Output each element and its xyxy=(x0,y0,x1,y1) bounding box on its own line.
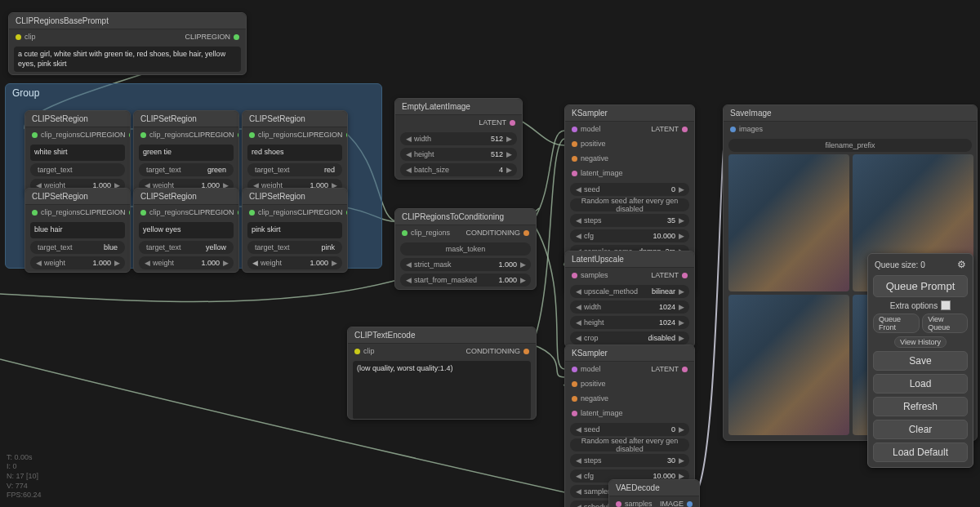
view-history-button[interactable]: View History xyxy=(894,336,947,348)
batch-widget[interactable]: ◀batch_size4▶ xyxy=(400,163,517,176)
region-text[interactable]: red shoes xyxy=(247,145,342,161)
crop-widget[interactable]: ◀cropdisabled▶ xyxy=(570,331,689,345)
port-out[interactable] xyxy=(129,210,131,216)
port-cond-out[interactable] xyxy=(523,349,529,354)
extra-options-label: Extra options xyxy=(890,301,938,310)
node-clip-regions-base-prompt[interactable]: CLIPRegionsBasePrompt clip CLIPREGION a … xyxy=(8,12,247,75)
clear-button[interactable]: Clear xyxy=(873,420,968,439)
node-vae-decode[interactable]: VAEDecode samplesIMAGE vae xyxy=(608,479,700,507)
gear-icon[interactable]: ⚙ xyxy=(957,259,966,270)
port-in[interactable] xyxy=(140,132,146,138)
port-positive-in[interactable] xyxy=(572,141,577,147)
height-widget[interactable]: ◀height512▶ xyxy=(400,148,517,161)
target-text-widget[interactable]: target_textred xyxy=(247,163,342,176)
port-in[interactable] xyxy=(249,210,255,216)
height-widget[interactable]: ◀height1024▶ xyxy=(570,316,689,329)
width-widget[interactable]: ◀width1024▶ xyxy=(570,300,689,314)
port-negative-in[interactable] xyxy=(572,156,577,162)
port-clip-in[interactable] xyxy=(354,349,360,354)
steps-widget[interactable]: ◀steps35▶ xyxy=(570,214,689,227)
save-button[interactable]: Save xyxy=(873,351,968,371)
port-out[interactable] xyxy=(129,132,131,138)
node-clip-set-region-skirt[interactable]: CLIPSetRegion clip_regionsCLIPREGION pin… xyxy=(242,188,348,273)
weight-widget[interactable]: ◀weight1.000▶ xyxy=(247,256,342,269)
port-in[interactable] xyxy=(402,230,408,236)
port-clipregion-out[interactable] xyxy=(234,34,239,40)
port-out[interactable] xyxy=(346,132,348,138)
port-in[interactable] xyxy=(140,210,146,216)
seed-widget[interactable]: ◀seed0▶ xyxy=(570,183,689,196)
node-title: CLIPSetRegion xyxy=(134,111,238,127)
node-clip-set-region-shoes[interactable]: CLIPSetRegion clip_regionsCLIPREGION red… xyxy=(242,110,348,195)
steps-widget[interactable]: ◀steps30▶ xyxy=(570,454,689,467)
neg-prompt-text[interactable]: (low quality, worst quality:1.4) xyxy=(353,361,531,420)
node-clip-set-region-tie[interactable]: CLIPSetRegion clip_regionsCLIPREGION gre… xyxy=(133,110,239,195)
control-menu[interactable]: Queue size: 0 ⚙ Queue Prompt Extra optio… xyxy=(867,253,973,468)
node-clip-set-region-hair[interactable]: CLIPSetRegion clip_regionsCLIPREGION blu… xyxy=(24,188,131,273)
port-clip-in[interactable] xyxy=(16,34,21,40)
node-title: KSampler xyxy=(565,105,694,122)
port-latent-out[interactable] xyxy=(682,127,688,132)
node-clip-regions-to-conditioning[interactable]: CLIPRegionsToConditioning clip_regionsCO… xyxy=(394,208,537,290)
target-text-widget[interactable]: target_textblue xyxy=(30,241,125,254)
region-text[interactable]: pink skirt xyxy=(247,222,342,238)
port-in[interactable] xyxy=(32,210,38,216)
upscale-method-widget[interactable]: ◀upscale_methodbilinear▶ xyxy=(570,285,689,298)
node-title: CLIPSetRegion xyxy=(243,189,347,205)
random-seed-widget[interactable]: Random seed after every gen disabled xyxy=(570,198,689,211)
port-out[interactable] xyxy=(238,210,239,216)
port-in[interactable] xyxy=(249,132,255,138)
queue-prompt-button[interactable]: Queue Prompt xyxy=(873,275,968,297)
seed-widget[interactable]: ◀seed0▶ xyxy=(570,423,689,436)
node-clip-set-region-shirt[interactable]: CLIPSetRegion clip_regionsCLIPREGION whi… xyxy=(24,110,131,195)
port-model-in[interactable] xyxy=(572,367,577,372)
region-text[interactable]: green tie xyxy=(139,145,234,161)
port-latent-in[interactable] xyxy=(572,411,577,416)
prompt-text[interactable]: a cute girl, white shirt with green tie,… xyxy=(14,47,241,72)
port-model-in[interactable] xyxy=(572,127,577,132)
node-clip-set-region-eyes[interactable]: CLIPSetRegion clip_regionsCLIPREGION yel… xyxy=(133,188,239,273)
port-cond-out[interactable] xyxy=(523,230,529,236)
strict-mask-widget[interactable]: ◀strict_mask1.000▶ xyxy=(400,258,531,271)
extra-options-checkbox[interactable] xyxy=(941,300,951,310)
port-images-in[interactable] xyxy=(730,127,736,132)
port-out[interactable] xyxy=(238,132,239,138)
random-seed-widget[interactable]: Random seed after every gen disabled xyxy=(570,438,689,451)
start-from-masked-widget[interactable]: ◀start_from_masked1.000▶ xyxy=(400,274,531,287)
port-out[interactable] xyxy=(346,210,348,216)
node-latent-upscale[interactable]: LatentUpscale samplesLATENT ◀upscale_met… xyxy=(564,251,695,348)
port-in[interactable] xyxy=(32,132,38,138)
target-text-widget[interactable]: target_textgreen xyxy=(139,163,234,176)
load-default-button[interactable]: Load Default xyxy=(873,443,968,462)
target-text-widget[interactable]: target_textpink xyxy=(247,241,342,254)
node-clip-text-encode[interactable]: CLIPTextEncode clipCONDITIONING (low qua… xyxy=(347,327,537,420)
region-text[interactable]: yellow eyes xyxy=(139,222,234,238)
port-latent-out[interactable] xyxy=(682,367,688,372)
port-samples-in[interactable] xyxy=(616,501,621,507)
node-empty-latent-image[interactable]: EmptyLatentImage LATENT ◀width512▶ ◀heig… xyxy=(394,98,523,180)
port-latent-in[interactable] xyxy=(572,171,577,176)
width-widget[interactable]: ◀width512▶ xyxy=(400,132,517,145)
port-samples-in[interactable] xyxy=(572,273,577,278)
refresh-button[interactable]: Refresh xyxy=(873,397,968,416)
weight-widget[interactable]: ◀weight1.000▶ xyxy=(139,256,234,269)
port-positive-in[interactable] xyxy=(572,381,577,387)
port-latent-out[interactable] xyxy=(682,273,688,278)
node-graph-canvas[interactable]: Group CLIPRegionsBasePrompt clip CLIPREG… xyxy=(0,0,980,507)
target-text-widget[interactable]: target_textyellow xyxy=(139,241,234,254)
weight-widget[interactable]: ◀weight1.000▶ xyxy=(30,256,125,269)
stat-t: T: 0.00s xyxy=(7,453,42,463)
load-button[interactable]: Load xyxy=(873,374,968,394)
region-text[interactable]: white shirt xyxy=(30,145,125,161)
target-text-widget[interactable]: target_text xyxy=(30,163,125,176)
port-negative-in[interactable] xyxy=(572,396,577,402)
port-latent-out[interactable] xyxy=(510,120,515,126)
region-text[interactable]: blue hair xyxy=(30,222,125,238)
port-label: clip xyxy=(24,33,36,41)
port-image-out[interactable] xyxy=(687,501,693,507)
filename-prefix-widget[interactable]: filename_prefix xyxy=(728,139,972,152)
cfg-widget[interactable]: ◀cfg10.000▶ xyxy=(570,229,689,242)
mask-token-widget[interactable]: mask_token xyxy=(400,242,531,256)
queue-front-button[interactable]: Queue Front xyxy=(873,314,920,333)
view-queue-button[interactable]: View Queue xyxy=(922,314,968,333)
